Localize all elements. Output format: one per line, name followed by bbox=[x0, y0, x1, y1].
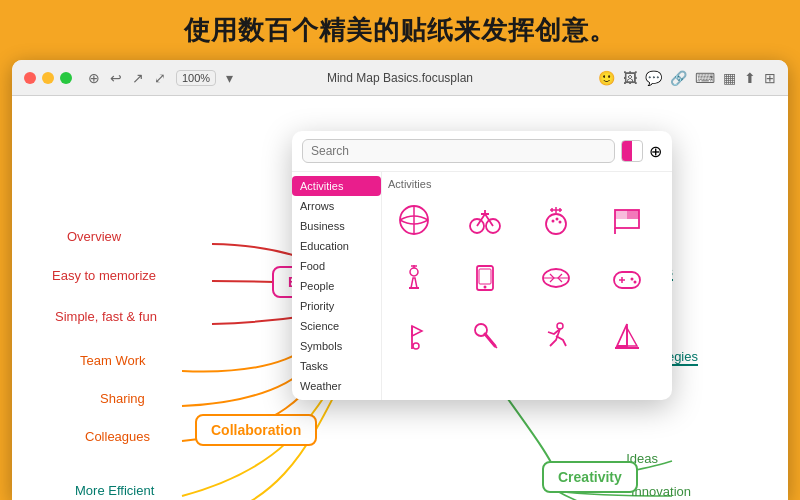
category-priority[interactable]: Priority bbox=[292, 296, 381, 316]
category-symbols[interactable]: Symbols bbox=[292, 336, 381, 356]
svg-point-19 bbox=[484, 286, 487, 289]
undo-icon[interactable]: ↩ bbox=[110, 70, 122, 86]
svg-rect-20 bbox=[479, 269, 491, 284]
top-banner: 使用数百个精美的贴纸来发挥创意。 bbox=[0, 0, 800, 60]
node-overview: Overview bbox=[67, 229, 121, 244]
keyboard-icon[interactable]: ⌨ bbox=[695, 70, 715, 86]
sticker-grid bbox=[388, 194, 666, 362]
svg-point-32 bbox=[557, 323, 563, 329]
layout-icon[interactable]: ⊞ bbox=[764, 70, 776, 86]
sticker-bicycle[interactable] bbox=[459, 194, 511, 246]
sticker-flag[interactable] bbox=[601, 194, 653, 246]
sticker-sailing[interactable] bbox=[601, 310, 653, 362]
category-arrows[interactable]: Arrows bbox=[292, 196, 381, 216]
zoom-level[interactable]: 100% bbox=[176, 70, 216, 86]
teamwork-label: Team Work bbox=[80, 353, 146, 368]
zoom-dropdown-icon[interactable]: ▾ bbox=[226, 70, 233, 86]
mindmap-canvas: Overview Easy to memorize Simple, fast &… bbox=[12, 96, 788, 500]
category-food[interactable]: Food bbox=[292, 256, 381, 276]
simple-label: Simple, fast & fun bbox=[55, 309, 157, 324]
node-teamwork: Team Work bbox=[80, 353, 146, 368]
comment-icon[interactable]: 💬 bbox=[645, 70, 662, 86]
share-icon[interactable]: ↗ bbox=[132, 70, 144, 86]
sticker-panel: ⊕ Activities Arrows Business Education F… bbox=[292, 131, 672, 400]
sticker-grid-area: Activities bbox=[382, 172, 672, 400]
svg-point-5 bbox=[552, 220, 555, 223]
sticker-body: Activities Arrows Business Education Foo… bbox=[292, 172, 672, 400]
sticker-tablet[interactable] bbox=[459, 252, 511, 304]
sticker-pingpong[interactable] bbox=[459, 310, 511, 362]
svg-point-26 bbox=[631, 278, 634, 281]
node-innovation: Innovation bbox=[631, 484, 691, 499]
app-window: ⊕ ↩ ↗ ⤢ 100% ▾ Mind Map Basics.focusplan… bbox=[12, 60, 788, 500]
fullscreen-button[interactable] bbox=[60, 72, 72, 84]
sticker-gamepad[interactable] bbox=[601, 252, 653, 304]
category-science[interactable]: Science bbox=[292, 316, 381, 336]
toggle-icon[interactable]: ⊕ bbox=[649, 142, 662, 161]
minimize-button[interactable] bbox=[42, 72, 54, 84]
sticker-chess[interactable] bbox=[388, 252, 440, 304]
sticker-golf[interactable] bbox=[388, 310, 440, 362]
collaboration-node[interactable]: Collaboration bbox=[195, 414, 317, 446]
sticker-search-input[interactable] bbox=[302, 139, 615, 163]
colleagues-label: Colleagues bbox=[85, 429, 150, 444]
category-education[interactable]: Education bbox=[292, 236, 381, 256]
innovation-label: Innovation bbox=[631, 484, 691, 499]
panel-icon[interactable]: ▦ bbox=[723, 70, 736, 86]
sticker-football[interactable] bbox=[530, 252, 582, 304]
close-button[interactable] bbox=[24, 72, 36, 84]
svg-point-14 bbox=[410, 268, 418, 276]
toolbar-left: ⊕ ↩ ↗ ⤢ 100% ▾ bbox=[88, 70, 233, 86]
emoji-icon[interactable]: 🙂 bbox=[598, 70, 615, 86]
category-list: Activities Arrows Business Education Foo… bbox=[292, 172, 382, 400]
svg-rect-23 bbox=[614, 272, 640, 288]
node-simple: Simple, fast & fun bbox=[55, 309, 157, 324]
sticker-search-bar: ⊕ bbox=[292, 131, 672, 172]
sticker-basketball[interactable] bbox=[388, 194, 440, 246]
overview-label: Overview bbox=[67, 229, 121, 244]
sticker-section-label: Activities bbox=[388, 178, 666, 190]
category-activities[interactable]: Activities bbox=[292, 176, 381, 196]
category-weather[interactable]: Weather bbox=[292, 376, 381, 396]
node-easy: Easy to memorize bbox=[52, 268, 156, 283]
easy-label: Easy to memorize bbox=[52, 268, 156, 283]
title-bar: ⊕ ↩ ↗ ⤢ 100% ▾ Mind Map Basics.focusplan… bbox=[12, 60, 788, 96]
category-people[interactable]: People bbox=[292, 276, 381, 296]
image-icon[interactable]: 🖼 bbox=[623, 70, 637, 86]
svg-point-27 bbox=[634, 281, 637, 284]
sharing-label: Sharing bbox=[100, 391, 145, 406]
link-icon[interactable]: 🔗 bbox=[670, 70, 687, 86]
svg-point-7 bbox=[559, 221, 562, 224]
category-tasks[interactable]: Tasks bbox=[292, 356, 381, 376]
sticker-running[interactable] bbox=[530, 310, 582, 362]
collapse-icon[interactable]: ⤢ bbox=[154, 70, 166, 86]
window-title: Mind Map Basics.focusplan bbox=[327, 71, 473, 85]
sticker-bowling[interactable] bbox=[530, 194, 582, 246]
node-colleagues: Colleagues bbox=[85, 429, 150, 444]
svg-point-4 bbox=[546, 214, 566, 234]
node-efficient: More Efficient bbox=[75, 483, 154, 498]
svg-point-28 bbox=[413, 343, 419, 349]
banner-text: 使用数百个精美的贴纸来发挥创意。 bbox=[184, 13, 616, 48]
color-swatch[interactable] bbox=[621, 140, 643, 162]
traffic-lights bbox=[24, 72, 72, 84]
share2-icon[interactable]: ⬆ bbox=[744, 70, 756, 86]
category-business[interactable]: Business bbox=[292, 216, 381, 236]
efficient-label: More Efficient bbox=[75, 483, 154, 498]
svg-point-6 bbox=[556, 218, 559, 221]
nav-back-icon[interactable]: ⊕ bbox=[88, 70, 100, 86]
toolbar-right: 🙂 🖼 💬 🔗 ⌨ ▦ ⬆ ⊞ bbox=[598, 70, 776, 86]
node-sharing: Sharing bbox=[100, 391, 145, 406]
creativity-node[interactable]: Creativity bbox=[542, 461, 638, 493]
